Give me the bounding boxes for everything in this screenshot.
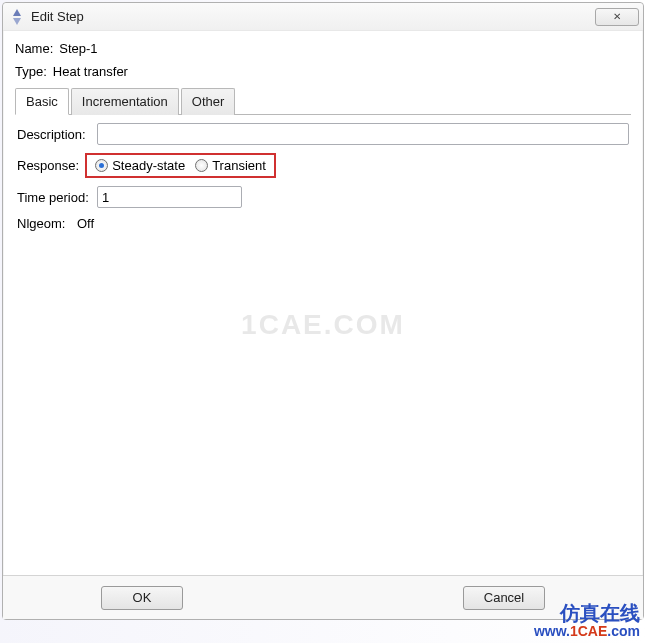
ok-button[interactable]: OK: [101, 586, 183, 610]
type-label: Type:: [15, 64, 47, 79]
edit-step-dialog: Edit Step ✕ Name: Step-1 Type: Heat tran…: [2, 2, 644, 620]
dialog-content: Name: Step-1 Type: Heat transfer Basic I…: [3, 31, 643, 247]
response-radio-group: Steady-state Transient: [85, 153, 276, 178]
name-label: Name:: [15, 41, 53, 56]
window-title: Edit Step: [31, 9, 595, 24]
radio-label: Steady-state: [112, 158, 185, 173]
radio-transient[interactable]: Transient: [195, 158, 266, 173]
app-icon: [9, 9, 25, 25]
response-label: Response:: [17, 158, 79, 173]
radio-icon: [195, 159, 208, 172]
tab-other[interactable]: Other: [181, 88, 236, 115]
description-input[interactable]: [97, 123, 629, 145]
tab-pane-basic: Description: Response: Steady-state Tran…: [15, 115, 631, 247]
watermark: 1CAE.COM: [241, 309, 405, 341]
radio-steady-state[interactable]: Steady-state: [95, 158, 185, 173]
tab-basic[interactable]: Basic: [15, 88, 69, 115]
name-row: Name: Step-1: [15, 41, 631, 56]
dialog-footer: OK Cancel: [3, 575, 643, 619]
description-row: Description:: [17, 123, 629, 145]
name-value: Step-1: [59, 41, 97, 56]
radio-label: Transient: [212, 158, 266, 173]
time-period-label: Time period:: [17, 190, 91, 205]
tab-incrementation[interactable]: Incrementation: [71, 88, 179, 115]
ok-label: OK: [133, 590, 152, 605]
time-period-input[interactable]: [97, 186, 242, 208]
type-row: Type: Heat transfer: [15, 64, 631, 79]
description-label: Description:: [17, 127, 91, 142]
cancel-button[interactable]: Cancel: [463, 586, 545, 610]
close-icon: ✕: [613, 11, 621, 22]
response-row: Response: Steady-state Transient: [17, 153, 629, 178]
time-period-row: Time period:: [17, 186, 629, 208]
titlebar: Edit Step ✕: [3, 3, 643, 31]
cancel-label: Cancel: [484, 590, 524, 605]
radio-icon: [95, 159, 108, 172]
nlgeom-value: Off: [77, 216, 94, 231]
nlgeom-label: Nlgeom:: [17, 216, 71, 231]
type-value: Heat transfer: [53, 64, 128, 79]
nlgeom-row: Nlgeom: Off: [17, 216, 629, 231]
tabs: Basic Incrementation Other: [15, 87, 631, 115]
close-button[interactable]: ✕: [595, 8, 639, 26]
